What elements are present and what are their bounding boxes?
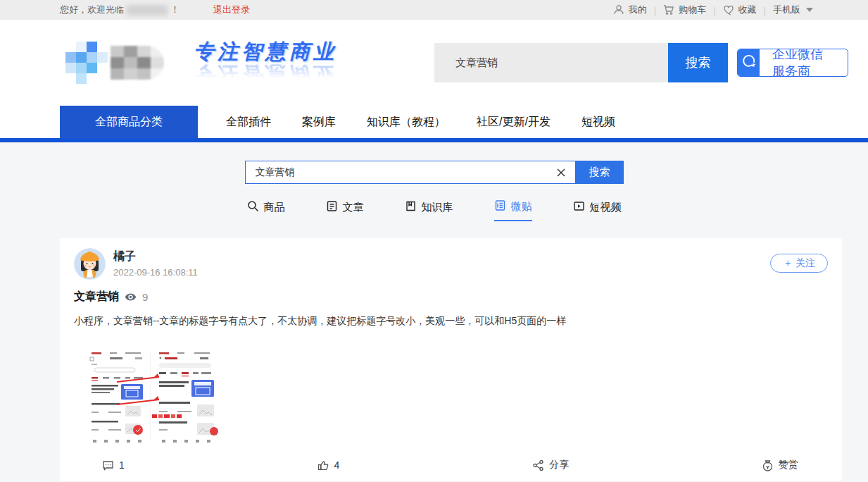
header-search-input[interactable] — [434, 43, 668, 82]
book-icon — [405, 200, 417, 214]
nav-item-short-video[interactable]: 短视频 — [566, 106, 631, 138]
post-timestamp: 2022-09-16 16:08:11 — [113, 267, 198, 278]
nav-item-cases[interactable]: 案例库 — [287, 106, 351, 138]
wechat-service-button[interactable]: 企业微信服务商 — [737, 49, 848, 77]
header-search-button[interactable]: 搜索 — [668, 43, 728, 82]
comment-action[interactable]: 1 — [102, 459, 125, 471]
caret-down-icon — [806, 8, 813, 12]
divider: | — [764, 5, 766, 16]
comment-count: 1 — [119, 459, 125, 471]
post-card: 橘子 2022-09-16 16:08:11 ＋ 关注 文章营销 9 小程序，文… — [60, 238, 842, 481]
nav-item-knowledge[interactable]: 知识库（教程） — [351, 106, 461, 138]
mobile-version-dropdown[interactable]: 手机版 — [773, 4, 813, 16]
favorites-label: 收藏 — [738, 4, 757, 16]
view-count: 9 — [142, 291, 148, 303]
logout-link[interactable]: 退出登录 — [213, 4, 250, 16]
tab-short-video[interactable]: 短视频 — [573, 199, 622, 221]
reward-label: 赞赏 — [779, 459, 798, 471]
site-tagline: 专注智慧商业 — [194, 42, 337, 62]
user-icon — [613, 4, 624, 16]
nav-item-plugins[interactable]: 全部插件 — [210, 106, 287, 138]
result-search-input[interactable] — [246, 161, 575, 183]
post-action-bar: 1 4 分享 赞赏 — [74, 459, 828, 471]
article-icon — [326, 200, 338, 214]
avatar[interactable] — [74, 248, 106, 280]
nav-item-community[interactable]: 社区/更新/开发 — [461, 106, 566, 138]
views-eye-icon — [125, 291, 137, 303]
greeting-suffix: ！ — [170, 4, 180, 16]
heart-icon — [723, 4, 734, 16]
topbar: 您好，欢迎光临！ 退出登录 我的 | 购物车 | 收 — [0, 0, 868, 20]
share-icon — [532, 459, 544, 471]
video-icon — [573, 200, 585, 214]
cart-icon — [663, 4, 674, 16]
logo-mark-pixelated — [65, 42, 108, 84]
tab-microposts[interactable]: 微贴 — [494, 199, 532, 221]
greeting-text: 您好，欢迎光临 — [60, 4, 124, 16]
tab-goods[interactable]: 商品 — [247, 199, 285, 221]
main-nav: 全部商品分类 全部插件 案例库 知识库（教程） 社区/更新/开发 短视频 — [0, 106, 868, 138]
divider: | — [713, 5, 715, 16]
favorites-link[interactable]: 收藏 — [723, 4, 757, 16]
wechat-service-label: 企业微信服务商 — [760, 49, 848, 77]
reward-action[interactable]: 赞赏 — [762, 459, 798, 471]
divider: | — [654, 5, 656, 16]
nav-item-all-categories[interactable]: 全部商品分类 — [60, 106, 198, 138]
cart-label: 购物车 — [679, 4, 706, 16]
result-type-tabs: 商品 文章 知识库 微贴 短视频 — [0, 199, 868, 221]
wechat-work-icon — [738, 49, 760, 77]
post-title[interactable]: 文章营销 — [74, 290, 119, 304]
site-logo[interactable]: 专注智慧商业 专注智慧商业 — [60, 42, 375, 85]
post-content: 小程序，文章营销--文章的标题字号有点大了，不太协调，建议把标题字号改小，美观一… — [74, 314, 828, 328]
header-search: 搜索 — [434, 43, 728, 82]
mobile-version-label: 手机版 — [773, 4, 800, 16]
site-header: 专注智慧商业 专注智慧商业 搜索 企业微信服务商 — [0, 20, 868, 106]
reward-icon — [762, 459, 774, 471]
post-author[interactable]: 橘子 — [113, 249, 198, 264]
tab-knowledge[interactable]: 知识库 — [405, 199, 453, 221]
like-action[interactable]: 4 — [317, 459, 340, 471]
search-icon — [247, 200, 259, 214]
share-action[interactable]: 分享 — [532, 459, 569, 471]
clear-icon[interactable] — [554, 166, 568, 180]
comment-icon — [102, 459, 114, 471]
tab-articles[interactable]: 文章 — [326, 199, 364, 221]
cart-link[interactable]: 购物车 — [663, 4, 706, 16]
site-tagline-reflection: 专注智慧商业 — [194, 64, 337, 85]
result-search-button[interactable]: 搜索 — [576, 161, 624, 184]
post-attachment-image[interactable] — [76, 348, 225, 447]
list-icon — [494, 199, 506, 214]
nav-bottom-bar — [0, 138, 868, 142]
follow-button[interactable]: ＋ 关注 — [770, 254, 828, 273]
my-account-link[interactable]: 我的 — [613, 4, 647, 16]
thumbs-up-icon — [317, 459, 329, 471]
like-count: 4 — [334, 459, 340, 471]
logo-text-pixelated — [111, 46, 164, 80]
result-search-bar: 搜索 — [245, 161, 624, 184]
my-account-label: 我的 — [629, 4, 647, 16]
blurred-username — [127, 5, 168, 16]
share-label: 分享 — [549, 459, 569, 471]
